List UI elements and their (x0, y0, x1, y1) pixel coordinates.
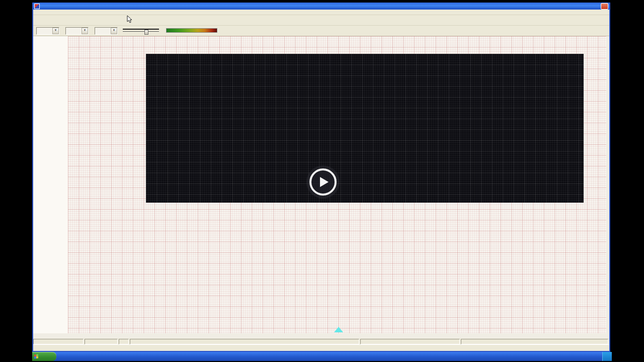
windows-taskbar (32, 352, 612, 361)
system-tray (602, 352, 612, 361)
status-bar-bottom (33, 344, 609, 350)
status-panel (461, 339, 608, 344)
volume-slider[interactable] (123, 28, 159, 34)
menu-bar (33, 10, 609, 15)
status-bar-top (33, 338, 609, 344)
highcut-filter-select[interactable]: ▼ (95, 27, 118, 35)
screen-root: ▼ ▼ ▼ (0, 0, 644, 362)
play-icon (320, 177, 329, 187)
title-bar (33, 3, 609, 10)
level-meter-gradient (166, 28, 217, 33)
video-play-button[interactable] (306, 165, 340, 199)
status-screen-panel (33, 339, 84, 344)
status-panel (85, 339, 118, 344)
start-button[interactable] (32, 352, 56, 361)
level-meter (166, 28, 217, 33)
slider-track (123, 31, 159, 32)
channel-select[interactable]: ▼ (36, 27, 59, 35)
windows-logo-icon (34, 354, 38, 359)
close-button[interactable] (601, 3, 608, 10)
slider-handle[interactable] (144, 30, 148, 35)
chevron-down-icon[interactable]: ▼ (111, 28, 117, 34)
slider-track (123, 29, 159, 30)
chevron-down-icon[interactable]: ▼ (52, 28, 59, 34)
status-panel (297, 345, 327, 350)
lowcut-filter-select[interactable]: ▼ (65, 27, 89, 35)
mouse-cursor (127, 16, 133, 24)
status-panel (119, 339, 129, 344)
chevron-down-icon[interactable]: ▼ (82, 28, 88, 34)
app-icon (34, 4, 40, 9)
playback-position-marker[interactable] (334, 327, 343, 332)
channel-label-gutter (33, 36, 68, 333)
status-speed-mode-panel (328, 345, 608, 350)
playback-controls-bar: ▼ ▼ ▼ (33, 26, 609, 36)
status-ecg-filter-panel (360, 339, 460, 344)
toolbar-buttons (33, 15, 609, 26)
status-leadoff-panel (168, 345, 296, 350)
status-panel (130, 339, 359, 344)
status-panel (33, 345, 167, 350)
play-button-ring (309, 168, 337, 196)
mcgview-window: ▼ ▼ ▼ (32, 3, 610, 352)
